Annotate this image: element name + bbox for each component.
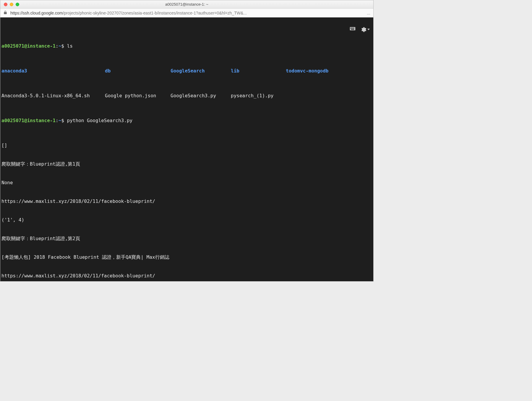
url-host: https://ssh.cloud.google.com	[10, 11, 63, 15]
file-googlesearch3: GoogleSearch3.py	[171, 93, 231, 99]
prompt-line-2: a0025071@instance-1:~$ python GoogleSear…	[1, 117, 372, 124]
output-line: ('1', 4)	[1, 217, 372, 223]
terminal-toolbar	[327, 19, 370, 40]
dir-db: db	[105, 68, 171, 74]
output-line: [考題懶人包] 2018 Facebook Blueprint 認證，新手QA寶…	[1, 254, 372, 260]
url-text: https://ssh.cloud.google.com/projects/ph…	[10, 11, 364, 15]
url-more-icon[interactable]: ...	[367, 11, 370, 15]
dir-anaconda3: anaconda3	[1, 68, 105, 74]
output-line: []	[1, 142, 372, 148]
dir-lib: lib	[231, 68, 286, 74]
output-line: https://www.maxlist.xyz/2018/02/11/faceb…	[1, 273, 372, 279]
titlebar: a0025071@instance-1: ~	[0, 0, 373, 9]
window-controls	[0, 3, 19, 6]
dir-googlesearch: GoogleSearch	[171, 68, 231, 74]
keyboard-icon[interactable]	[327, 19, 356, 40]
prompt-line-1: a0025071@instance-1:~$ ls	[1, 43, 372, 49]
minimize-button[interactable]	[10, 3, 13, 6]
file-anaconda-sh: Anaconda3-5.0.1-Linux-x86_64.sh	[1, 93, 105, 99]
url-path: /projects/phonic-skyline-202707/zones/as…	[63, 11, 247, 15]
output-line: 爬取關鍵字：Blueprint認證,第1頁	[1, 161, 372, 167]
chevron-down-icon	[367, 29, 370, 30]
window-title: a0025071@instance-1: ~	[0, 2, 373, 7]
output-line: https://www.maxlist.xyz/2018/02/11/faceb…	[1, 198, 372, 204]
output-line: 爬取關鍵字：Blueprint認證,第2頁	[1, 235, 372, 242]
close-button[interactable]	[4, 3, 7, 6]
app-window: a0025071@instance-1: ~ https://ssh.cloud…	[0, 0, 374, 282]
url-bar[interactable]: https://ssh.cloud.google.com/projects/ph…	[0, 9, 373, 17]
zoom-button[interactable]	[16, 3, 19, 6]
ls-output-row-1: anaconda3dbGoogleSearchlibtodomvc-mongod…	[1, 68, 372, 74]
dir-todomvc: todomvc-mongodb	[286, 68, 329, 74]
gear-icon	[360, 26, 366, 33]
file-google-json: Google python.json	[105, 93, 171, 99]
output-line: None	[1, 180, 372, 186]
lock-icon	[3, 10, 7, 15]
terminal[interactable]: a0025071@instance-1:~$ ls anaconda3dbGoo…	[0, 17, 373, 281]
settings-menu[interactable]	[360, 26, 370, 33]
command-ls: ls	[67, 43, 73, 49]
file-pysearch: pysearch_(1).py	[231, 93, 286, 99]
command-python: python GoogleSearch3.py	[67, 118, 133, 123]
ls-output-row-2: Anaconda3-5.0.1-Linux-x86_64.shGoogle py…	[1, 93, 372, 99]
